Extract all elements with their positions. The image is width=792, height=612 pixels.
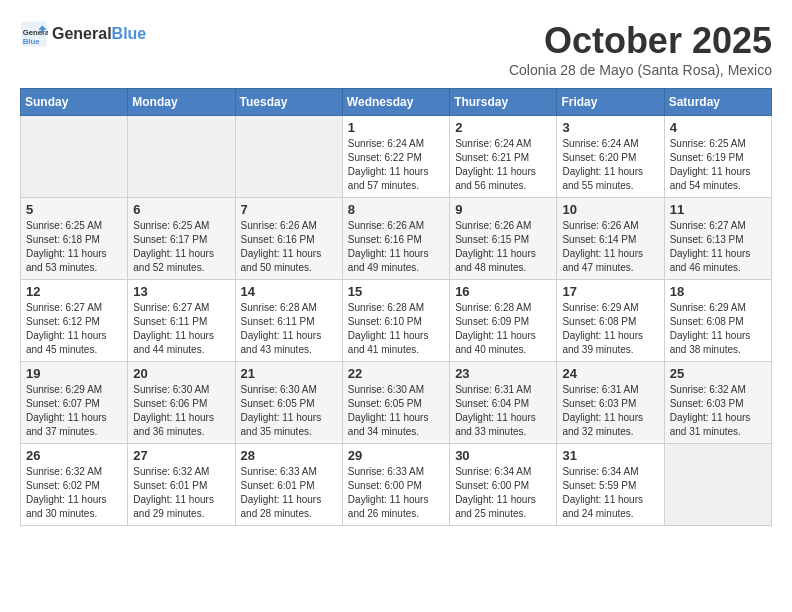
- logo-blue: Blue: [112, 25, 147, 42]
- day-number: 10: [562, 202, 658, 217]
- day-info: Sunrise: 6:31 AM Sunset: 6:04 PM Dayligh…: [455, 383, 551, 439]
- calendar-day-10: 10Sunrise: 6:26 AM Sunset: 6:14 PM Dayli…: [557, 198, 664, 280]
- calendar-day-6: 6Sunrise: 6:25 AM Sunset: 6:17 PM Daylig…: [128, 198, 235, 280]
- day-info: Sunrise: 6:27 AM Sunset: 6:12 PM Dayligh…: [26, 301, 122, 357]
- day-info: Sunrise: 6:30 AM Sunset: 6:05 PM Dayligh…: [348, 383, 444, 439]
- day-info: Sunrise: 6:32 AM Sunset: 6:01 PM Dayligh…: [133, 465, 229, 521]
- day-info: Sunrise: 6:27 AM Sunset: 6:13 PM Dayligh…: [670, 219, 766, 275]
- calendar-day-5: 5Sunrise: 6:25 AM Sunset: 6:18 PM Daylig…: [21, 198, 128, 280]
- day-number: 8: [348, 202, 444, 217]
- day-number: 28: [241, 448, 337, 463]
- day-number: 5: [26, 202, 122, 217]
- calendar-week-row: 26Sunrise: 6:32 AM Sunset: 6:02 PM Dayli…: [21, 444, 772, 526]
- day-number: 13: [133, 284, 229, 299]
- empty-cell: [128, 116, 235, 198]
- day-info: Sunrise: 6:25 AM Sunset: 6:17 PM Dayligh…: [133, 219, 229, 275]
- calendar-day-1: 1Sunrise: 6:24 AM Sunset: 6:22 PM Daylig…: [342, 116, 449, 198]
- weekday-header-saturday: Saturday: [664, 89, 771, 116]
- day-number: 6: [133, 202, 229, 217]
- calendar-day-23: 23Sunrise: 6:31 AM Sunset: 6:04 PM Dayli…: [450, 362, 557, 444]
- calendar-week-row: 19Sunrise: 6:29 AM Sunset: 6:07 PM Dayli…: [21, 362, 772, 444]
- weekday-header-monday: Monday: [128, 89, 235, 116]
- calendar-day-13: 13Sunrise: 6:27 AM Sunset: 6:11 PM Dayli…: [128, 280, 235, 362]
- calendar-day-22: 22Sunrise: 6:30 AM Sunset: 6:05 PM Dayli…: [342, 362, 449, 444]
- day-info: Sunrise: 6:27 AM Sunset: 6:11 PM Dayligh…: [133, 301, 229, 357]
- day-number: 3: [562, 120, 658, 135]
- day-number: 1: [348, 120, 444, 135]
- day-number: 18: [670, 284, 766, 299]
- calendar-day-30: 30Sunrise: 6:34 AM Sunset: 6:00 PM Dayli…: [450, 444, 557, 526]
- day-info: Sunrise: 6:34 AM Sunset: 6:00 PM Dayligh…: [455, 465, 551, 521]
- calendar-day-27: 27Sunrise: 6:32 AM Sunset: 6:01 PM Dayli…: [128, 444, 235, 526]
- location-subtitle: Colonia 28 de Mayo (Santa Rosa), Mexico: [509, 62, 772, 78]
- day-number: 15: [348, 284, 444, 299]
- weekday-header-thursday: Thursday: [450, 89, 557, 116]
- day-info: Sunrise: 6:34 AM Sunset: 5:59 PM Dayligh…: [562, 465, 658, 521]
- calendar-day-11: 11Sunrise: 6:27 AM Sunset: 6:13 PM Dayli…: [664, 198, 771, 280]
- calendar-day-4: 4Sunrise: 6:25 AM Sunset: 6:19 PM Daylig…: [664, 116, 771, 198]
- calendar-week-row: 5Sunrise: 6:25 AM Sunset: 6:18 PM Daylig…: [21, 198, 772, 280]
- calendar-body: 1Sunrise: 6:24 AM Sunset: 6:22 PM Daylig…: [21, 116, 772, 526]
- day-info: Sunrise: 6:25 AM Sunset: 6:18 PM Dayligh…: [26, 219, 122, 275]
- day-number: 31: [562, 448, 658, 463]
- calendar-day-19: 19Sunrise: 6:29 AM Sunset: 6:07 PM Dayli…: [21, 362, 128, 444]
- calendar-table: SundayMondayTuesdayWednesdayThursdayFrid…: [20, 88, 772, 526]
- day-number: 20: [133, 366, 229, 381]
- page-header: General Blue GeneralBlue October 2025 Co…: [20, 20, 772, 78]
- day-info: Sunrise: 6:24 AM Sunset: 6:20 PM Dayligh…: [562, 137, 658, 193]
- day-info: Sunrise: 6:32 AM Sunset: 6:02 PM Dayligh…: [26, 465, 122, 521]
- day-number: 30: [455, 448, 551, 463]
- month-title: October 2025: [509, 20, 772, 62]
- logo-general: General: [52, 25, 112, 42]
- day-info: Sunrise: 6:33 AM Sunset: 6:01 PM Dayligh…: [241, 465, 337, 521]
- calendar-day-26: 26Sunrise: 6:32 AM Sunset: 6:02 PM Dayli…: [21, 444, 128, 526]
- empty-cell: [21, 116, 128, 198]
- day-number: 14: [241, 284, 337, 299]
- day-number: 27: [133, 448, 229, 463]
- calendar-day-25: 25Sunrise: 6:32 AM Sunset: 6:03 PM Dayli…: [664, 362, 771, 444]
- calendar-day-8: 8Sunrise: 6:26 AM Sunset: 6:16 PM Daylig…: [342, 198, 449, 280]
- calendar-week-row: 12Sunrise: 6:27 AM Sunset: 6:12 PM Dayli…: [21, 280, 772, 362]
- day-info: Sunrise: 6:26 AM Sunset: 6:16 PM Dayligh…: [241, 219, 337, 275]
- calendar-day-21: 21Sunrise: 6:30 AM Sunset: 6:05 PM Dayli…: [235, 362, 342, 444]
- weekday-header-tuesday: Tuesday: [235, 89, 342, 116]
- day-number: 16: [455, 284, 551, 299]
- day-number: 11: [670, 202, 766, 217]
- day-info: Sunrise: 6:26 AM Sunset: 6:15 PM Dayligh…: [455, 219, 551, 275]
- calendar-day-12: 12Sunrise: 6:27 AM Sunset: 6:12 PM Dayli…: [21, 280, 128, 362]
- weekday-header-friday: Friday: [557, 89, 664, 116]
- day-number: 24: [562, 366, 658, 381]
- calendar-day-7: 7Sunrise: 6:26 AM Sunset: 6:16 PM Daylig…: [235, 198, 342, 280]
- day-number: 4: [670, 120, 766, 135]
- calendar-day-16: 16Sunrise: 6:28 AM Sunset: 6:09 PM Dayli…: [450, 280, 557, 362]
- day-number: 29: [348, 448, 444, 463]
- day-info: Sunrise: 6:25 AM Sunset: 6:19 PM Dayligh…: [670, 137, 766, 193]
- day-number: 17: [562, 284, 658, 299]
- svg-text:Blue: Blue: [23, 37, 40, 46]
- day-number: 19: [26, 366, 122, 381]
- day-number: 25: [670, 366, 766, 381]
- calendar-day-29: 29Sunrise: 6:33 AM Sunset: 6:00 PM Dayli…: [342, 444, 449, 526]
- day-number: 12: [26, 284, 122, 299]
- calendar-day-28: 28Sunrise: 6:33 AM Sunset: 6:01 PM Dayli…: [235, 444, 342, 526]
- day-number: 7: [241, 202, 337, 217]
- calendar-day-3: 3Sunrise: 6:24 AM Sunset: 6:20 PM Daylig…: [557, 116, 664, 198]
- day-info: Sunrise: 6:26 AM Sunset: 6:14 PM Dayligh…: [562, 219, 658, 275]
- day-info: Sunrise: 6:24 AM Sunset: 6:22 PM Dayligh…: [348, 137, 444, 193]
- day-info: Sunrise: 6:30 AM Sunset: 6:05 PM Dayligh…: [241, 383, 337, 439]
- title-block: October 2025 Colonia 28 de Mayo (Santa R…: [509, 20, 772, 78]
- weekday-header-sunday: Sunday: [21, 89, 128, 116]
- weekday-header-wednesday: Wednesday: [342, 89, 449, 116]
- logo-icon: General Blue: [20, 20, 48, 48]
- weekday-header-row: SundayMondayTuesdayWednesdayThursdayFrid…: [21, 89, 772, 116]
- calendar-week-row: 1Sunrise: 6:24 AM Sunset: 6:22 PM Daylig…: [21, 116, 772, 198]
- day-number: 23: [455, 366, 551, 381]
- empty-cell: [235, 116, 342, 198]
- day-info: Sunrise: 6:28 AM Sunset: 6:11 PM Dayligh…: [241, 301, 337, 357]
- day-info: Sunrise: 6:30 AM Sunset: 6:06 PM Dayligh…: [133, 383, 229, 439]
- calendar-day-2: 2Sunrise: 6:24 AM Sunset: 6:21 PM Daylig…: [450, 116, 557, 198]
- calendar-day-9: 9Sunrise: 6:26 AM Sunset: 6:15 PM Daylig…: [450, 198, 557, 280]
- calendar-day-14: 14Sunrise: 6:28 AM Sunset: 6:11 PM Dayli…: [235, 280, 342, 362]
- day-info: Sunrise: 6:28 AM Sunset: 6:10 PM Dayligh…: [348, 301, 444, 357]
- day-number: 22: [348, 366, 444, 381]
